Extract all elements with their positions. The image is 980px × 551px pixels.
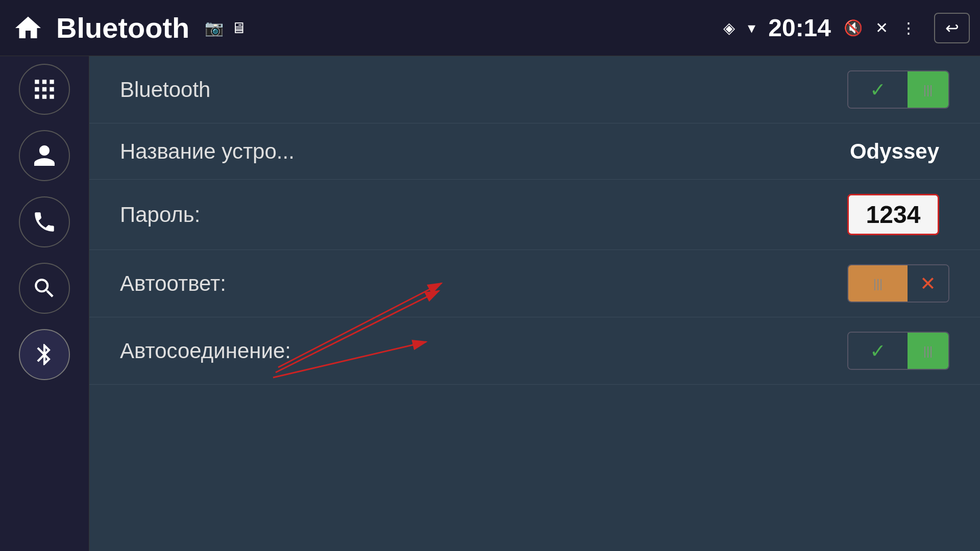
back-button[interactable]: ↩ <box>934 13 970 43</box>
toggle-check-side-2: ✓ <box>848 333 908 369</box>
password-field[interactable]: 1234 <box>847 194 939 235</box>
auto-answer-label: Автоответ: <box>120 271 847 296</box>
checkmark-icon: ✓ <box>870 79 886 101</box>
password-row: Пароль: 1234 <box>89 180 980 250</box>
toggle-lines-icon: ||| <box>923 83 933 97</box>
close-icon: ✕ <box>875 19 888 37</box>
camera-icon: 📷 <box>205 19 224 37</box>
sidebar-item-search[interactable] <box>19 263 70 314</box>
device-name-value: Odyssey <box>796 139 949 164</box>
bluetooth-toggle[interactable]: ✓ ||| <box>847 70 949 109</box>
sidebar-item-contacts[interactable] <box>19 130 70 181</box>
top-right-area: ◈ ▾ 20:14 🔇 ✕ ⋮ ↩ <box>723 13 970 43</box>
toggle-x-side: ✕ <box>908 265 948 302</box>
more-icon[interactable]: ⋮ <box>901 19 916 37</box>
sidebar-item-apps[interactable] <box>19 64 70 115</box>
sidebar <box>0 56 89 551</box>
toggle-lines-icon: ||| <box>873 277 883 291</box>
device-name-row: Название устро... Odyssey <box>89 123 980 180</box>
main-layout: Bluetooth ✓ ||| Название устро... Odysse… <box>0 56 980 551</box>
auto-answer-toggle[interactable]: ||| ✕ <box>847 264 949 303</box>
settings-content: Bluetooth ✓ ||| Название устро... Odysse… <box>89 56 980 551</box>
page-title: Bluetooth <box>56 11 189 44</box>
toggle-check-side: ✓ <box>848 71 908 108</box>
sidebar-item-bluetooth[interactable] <box>19 329 70 380</box>
home-button[interactable] <box>10 10 46 46</box>
bluetooth-label: Bluetooth <box>120 78 847 102</box>
wifi-icon: ▾ <box>748 19 755 37</box>
volume-icon: 🔇 <box>844 19 863 37</box>
bluetooth-toggle-row: Bluetooth ✓ ||| <box>89 56 980 123</box>
checkmark-icon-2: ✓ <box>870 340 886 362</box>
password-label: Пароль: <box>120 203 530 227</box>
location-icon: ◈ <box>723 19 735 37</box>
sidebar-item-phone[interactable] <box>19 196 70 247</box>
toggle-lines-icon-2: ||| <box>923 344 933 358</box>
top-status-icons: 📷 🖥 <box>205 19 247 37</box>
auto-connect-label: Автосоединение: <box>120 339 847 363</box>
toggle-inactive-side: ||| <box>848 265 908 302</box>
time-display: 20:14 <box>768 14 831 42</box>
xmark-icon: ✕ <box>920 272 936 295</box>
auto-connect-row: Автосоединение: ✓ ||| <box>89 317 980 385</box>
auto-answer-row: Автоответ: ||| ✕ <box>89 250 980 317</box>
toggle-active-side-2: ||| <box>908 333 948 369</box>
screen-icon: 🖥 <box>231 19 247 37</box>
toggle-active-side: ||| <box>908 71 948 108</box>
auto-connect-toggle[interactable]: ✓ ||| <box>847 332 949 370</box>
device-name-label: Название устро... <box>120 139 796 164</box>
top-bar: Bluetooth 📷 🖥 ◈ ▾ 20:14 🔇 ✕ ⋮ ↩ <box>0 0 980 56</box>
